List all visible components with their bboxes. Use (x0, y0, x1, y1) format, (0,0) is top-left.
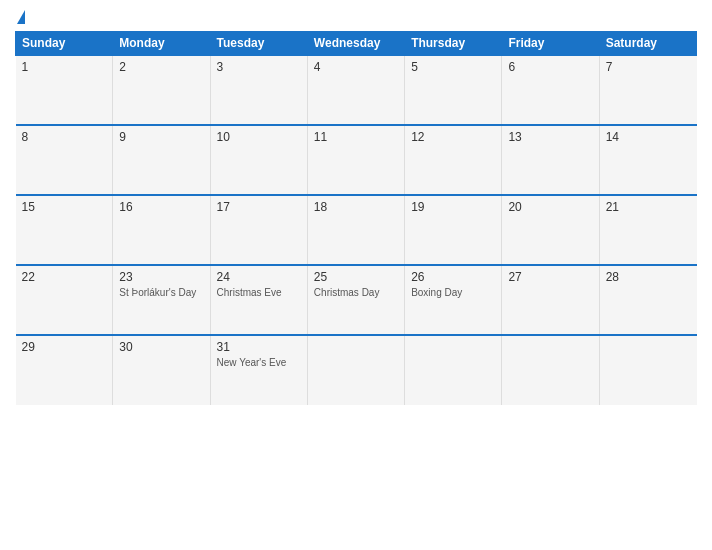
calendar-cell: 9 (113, 125, 210, 195)
calendar-cell (502, 335, 599, 405)
calendar-cell: 3 (210, 55, 307, 125)
day-of-week-header: Monday (113, 32, 210, 56)
calendar-cell: 28 (599, 265, 696, 335)
day-number: 25 (314, 270, 398, 284)
day-number: 3 (217, 60, 301, 74)
day-number: 4 (314, 60, 398, 74)
calendar-cell: 18 (307, 195, 404, 265)
day-number: 18 (314, 200, 398, 214)
calendar-cell: 6 (502, 55, 599, 125)
day-number: 23 (119, 270, 203, 284)
day-number: 17 (217, 200, 301, 214)
day-of-week-header: Saturday (599, 32, 696, 56)
calendar-cell: 12 (405, 125, 502, 195)
calendar-header-row: SundayMondayTuesdayWednesdayThursdayFrid… (16, 32, 697, 56)
calendar-cell: 21 (599, 195, 696, 265)
day-number: 27 (508, 270, 592, 284)
calendar-cell: 2 (113, 55, 210, 125)
logo-triangle-icon (17, 10, 25, 24)
calendar-cell: 10 (210, 125, 307, 195)
calendar-cell (405, 335, 502, 405)
calendar-cell: 19 (405, 195, 502, 265)
calendar-week-row: 2223St Þorlákur's Day24Christmas Eve25Ch… (16, 265, 697, 335)
calendar-cell (307, 335, 404, 405)
header (15, 10, 697, 25)
day-number: 21 (606, 200, 691, 214)
calendar-cell: 4 (307, 55, 404, 125)
calendar-cell: 17 (210, 195, 307, 265)
day-number: 29 (22, 340, 107, 354)
day-of-week-header: Thursday (405, 32, 502, 56)
calendar-week-row: 1234567 (16, 55, 697, 125)
day-number: 15 (22, 200, 107, 214)
calendar-cell: 14 (599, 125, 696, 195)
day-number: 31 (217, 340, 301, 354)
calendar-cell: 26Boxing Day (405, 265, 502, 335)
calendar-week-row: 891011121314 (16, 125, 697, 195)
calendar-cell: 11 (307, 125, 404, 195)
holiday-label: Christmas Eve (217, 286, 301, 299)
day-of-week-header: Wednesday (307, 32, 404, 56)
calendar-cell: 8 (16, 125, 113, 195)
calendar-cell: 23St Þorlákur's Day (113, 265, 210, 335)
calendar-cell: 5 (405, 55, 502, 125)
calendar-cell: 1 (16, 55, 113, 125)
day-number: 26 (411, 270, 495, 284)
day-number: 7 (606, 60, 691, 74)
day-number: 14 (606, 130, 691, 144)
calendar-cell: 29 (16, 335, 113, 405)
day-number: 10 (217, 130, 301, 144)
calendar-cell: 7 (599, 55, 696, 125)
calendar-cell: 13 (502, 125, 599, 195)
calendar-cell: 22 (16, 265, 113, 335)
day-number: 19 (411, 200, 495, 214)
calendar-table: SundayMondayTuesdayWednesdayThursdayFrid… (15, 31, 697, 405)
calendar-cell: 31New Year's Eve (210, 335, 307, 405)
day-number: 9 (119, 130, 203, 144)
day-number: 5 (411, 60, 495, 74)
day-number: 13 (508, 130, 592, 144)
calendar-week-row: 15161718192021 (16, 195, 697, 265)
day-number: 11 (314, 130, 398, 144)
holiday-label: Boxing Day (411, 286, 495, 299)
day-number: 30 (119, 340, 203, 354)
day-number: 16 (119, 200, 203, 214)
day-number: 20 (508, 200, 592, 214)
calendar-cell: 15 (16, 195, 113, 265)
holiday-label: New Year's Eve (217, 356, 301, 369)
day-number: 2 (119, 60, 203, 74)
day-of-week-header: Tuesday (210, 32, 307, 56)
calendar-week-row: 293031New Year's Eve (16, 335, 697, 405)
day-number: 1 (22, 60, 107, 74)
page: SundayMondayTuesdayWednesdayThursdayFrid… (0, 0, 712, 550)
calendar-cell: 16 (113, 195, 210, 265)
calendar-cell: 27 (502, 265, 599, 335)
day-number: 8 (22, 130, 107, 144)
holiday-label: St Þorlákur's Day (119, 286, 203, 299)
holiday-label: Christmas Day (314, 286, 398, 299)
logo (15, 10, 25, 25)
day-number: 22 (22, 270, 107, 284)
day-of-week-header: Friday (502, 32, 599, 56)
calendar-cell: 25Christmas Day (307, 265, 404, 335)
calendar-cell: 20 (502, 195, 599, 265)
day-number: 24 (217, 270, 301, 284)
calendar-cell (599, 335, 696, 405)
day-number: 28 (606, 270, 691, 284)
day-of-week-header: Sunday (16, 32, 113, 56)
day-number: 6 (508, 60, 592, 74)
day-number: 12 (411, 130, 495, 144)
calendar-cell: 30 (113, 335, 210, 405)
calendar-cell: 24Christmas Eve (210, 265, 307, 335)
